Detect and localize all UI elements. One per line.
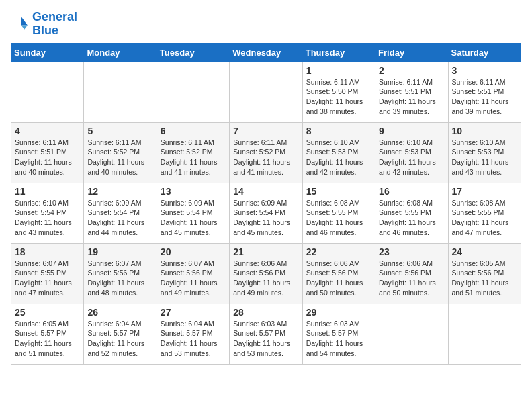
day-info: Sunrise: 6:11 AMSunset: 5:52 PMDaylight:… bbox=[87, 138, 152, 177]
day-number: 28 bbox=[233, 307, 298, 318]
calendar-cell bbox=[375, 304, 448, 364]
calendar-cell: 28Sunrise: 6:03 AMSunset: 5:57 PMDayligh… bbox=[230, 304, 302, 364]
day-info: Sunrise: 6:04 AMSunset: 5:57 PMDaylight:… bbox=[161, 319, 226, 359]
calendar-table: SundayMondayTuesdayWednesdayThursdayFrid… bbox=[11, 43, 521, 365]
calendar-cell: 5Sunrise: 6:11 AMSunset: 5:52 PMDaylight… bbox=[84, 122, 157, 183]
day-info: Sunrise: 6:10 AMSunset: 5:54 PMDaylight:… bbox=[15, 198, 80, 238]
day-info: Sunrise: 6:11 AMSunset: 5:52 PMDaylight:… bbox=[233, 138, 298, 177]
weekday-header-monday: Monday bbox=[84, 43, 157, 62]
calendar-cell: 17Sunrise: 6:08 AMSunset: 5:55 PMDayligh… bbox=[448, 183, 521, 243]
weekday-header-thursday: Thursday bbox=[302, 43, 375, 62]
day-number: 11 bbox=[15, 186, 80, 197]
day-info: Sunrise: 6:11 AMSunset: 5:51 PMDaylight:… bbox=[15, 138, 80, 177]
calendar-cell: 23Sunrise: 6:06 AMSunset: 5:56 PMDayligh… bbox=[375, 243, 448, 304]
calendar-cell: 6Sunrise: 6:11 AMSunset: 5:52 PMDaylight… bbox=[157, 122, 229, 183]
day-number: 2 bbox=[379, 65, 444, 76]
logo: General Blue bbox=[11, 11, 77, 38]
weekday-header-saturday: Saturday bbox=[448, 43, 521, 62]
day-info: Sunrise: 6:05 AMSunset: 5:57 PMDaylight:… bbox=[15, 319, 80, 359]
day-number: 15 bbox=[306, 186, 371, 197]
logo-text: General Blue bbox=[32, 11, 77, 38]
calendar-cell: 9Sunrise: 6:10 AMSunset: 5:53 PMDaylight… bbox=[375, 122, 448, 183]
day-info: Sunrise: 6:05 AMSunset: 5:56 PMDaylight:… bbox=[452, 259, 517, 298]
day-info: Sunrise: 6:09 AMSunset: 5:54 PMDaylight:… bbox=[161, 198, 226, 238]
calendar-cell: 3Sunrise: 6:11 AMSunset: 5:51 PMDaylight… bbox=[448, 62, 521, 122]
day-info: Sunrise: 6:07 AMSunset: 5:56 PMDaylight:… bbox=[161, 259, 226, 298]
day-info: Sunrise: 6:09 AMSunset: 5:54 PMDaylight:… bbox=[87, 198, 152, 238]
calendar-cell: 24Sunrise: 6:05 AMSunset: 5:56 PMDayligh… bbox=[448, 243, 521, 304]
calendar-cell: 4Sunrise: 6:11 AMSunset: 5:51 PMDaylight… bbox=[11, 122, 84, 183]
calendar-cell: 29Sunrise: 6:03 AMSunset: 5:57 PMDayligh… bbox=[302, 304, 375, 364]
calendar-cell: 15Sunrise: 6:08 AMSunset: 5:55 PMDayligh… bbox=[302, 183, 375, 243]
calendar-week-1: 1Sunrise: 6:11 AMSunset: 5:50 PMDaylight… bbox=[11, 62, 521, 122]
calendar-cell: 16Sunrise: 6:08 AMSunset: 5:55 PMDayligh… bbox=[375, 183, 448, 243]
calendar-cell: 7Sunrise: 6:11 AMSunset: 5:52 PMDaylight… bbox=[230, 122, 302, 183]
day-number: 4 bbox=[15, 126, 80, 136]
calendar-cell: 27Sunrise: 6:04 AMSunset: 5:57 PMDayligh… bbox=[157, 304, 229, 364]
day-info: Sunrise: 6:03 AMSunset: 5:57 PMDaylight:… bbox=[306, 319, 371, 359]
calendar-week-5: 25Sunrise: 6:05 AMSunset: 5:57 PMDayligh… bbox=[11, 304, 521, 364]
calendar-cell: 22Sunrise: 6:06 AMSunset: 5:56 PMDayligh… bbox=[302, 243, 375, 304]
calendar-week-2: 4Sunrise: 6:11 AMSunset: 5:51 PMDaylight… bbox=[11, 122, 521, 183]
day-info: Sunrise: 6:06 AMSunset: 5:56 PMDaylight:… bbox=[233, 259, 298, 298]
day-info: Sunrise: 6:07 AMSunset: 5:55 PMDaylight:… bbox=[15, 259, 80, 298]
day-number: 17 bbox=[452, 186, 517, 197]
day-number: 16 bbox=[379, 186, 444, 197]
weekday-header-sunday: Sunday bbox=[11, 43, 84, 62]
day-info: Sunrise: 6:08 AMSunset: 5:55 PMDaylight:… bbox=[452, 198, 517, 238]
day-info: Sunrise: 6:03 AMSunset: 5:57 PMDaylight:… bbox=[233, 319, 298, 359]
logo-icon bbox=[11, 15, 30, 34]
day-info: Sunrise: 6:10 AMSunset: 5:53 PMDaylight:… bbox=[379, 138, 444, 177]
day-number: 21 bbox=[233, 246, 298, 257]
weekday-header-wednesday: Wednesday bbox=[230, 43, 302, 62]
day-number: 14 bbox=[233, 186, 298, 197]
page-header: General Blue bbox=[11, 11, 521, 38]
calendar-cell: 18Sunrise: 6:07 AMSunset: 5:55 PMDayligh… bbox=[11, 243, 84, 304]
calendar-cell: 11Sunrise: 6:10 AMSunset: 5:54 PMDayligh… bbox=[11, 183, 84, 243]
day-number: 24 bbox=[452, 246, 517, 257]
svg-marker-0 bbox=[21, 17, 28, 25]
calendar-cell: 1Sunrise: 6:11 AMSunset: 5:50 PMDaylight… bbox=[302, 62, 375, 122]
day-number: 27 bbox=[161, 307, 226, 318]
day-number: 13 bbox=[161, 186, 226, 197]
calendar-cell bbox=[157, 62, 229, 122]
weekday-header-friday: Friday bbox=[375, 43, 448, 62]
day-number: 12 bbox=[87, 186, 152, 197]
calendar-cell: 14Sunrise: 6:09 AMSunset: 5:54 PMDayligh… bbox=[230, 183, 302, 243]
day-info: Sunrise: 6:11 AMSunset: 5:52 PMDaylight:… bbox=[161, 138, 226, 177]
day-info: Sunrise: 6:08 AMSunset: 5:55 PMDaylight:… bbox=[379, 198, 444, 238]
day-info: Sunrise: 6:06 AMSunset: 5:56 PMDaylight:… bbox=[379, 259, 444, 298]
weekday-header-tuesday: Tuesday bbox=[157, 43, 229, 62]
day-number: 10 bbox=[452, 126, 517, 136]
day-number: 3 bbox=[452, 65, 517, 76]
day-number: 7 bbox=[233, 126, 298, 136]
day-number: 8 bbox=[306, 126, 371, 136]
day-number: 5 bbox=[87, 126, 152, 136]
svg-marker-1 bbox=[21, 25, 28, 29]
calendar-cell: 12Sunrise: 6:09 AMSunset: 5:54 PMDayligh… bbox=[84, 183, 157, 243]
day-number: 26 bbox=[87, 307, 152, 318]
calendar-cell: 20Sunrise: 6:07 AMSunset: 5:56 PMDayligh… bbox=[157, 243, 229, 304]
calendar-cell: 21Sunrise: 6:06 AMSunset: 5:56 PMDayligh… bbox=[230, 243, 302, 304]
day-info: Sunrise: 6:11 AMSunset: 5:51 PMDaylight:… bbox=[452, 77, 517, 117]
day-info: Sunrise: 6:10 AMSunset: 5:53 PMDaylight:… bbox=[452, 138, 517, 177]
day-info: Sunrise: 6:04 AMSunset: 5:57 PMDaylight:… bbox=[87, 319, 152, 359]
calendar-cell bbox=[448, 304, 521, 364]
day-info: Sunrise: 6:06 AMSunset: 5:56 PMDaylight:… bbox=[306, 259, 371, 298]
calendar-cell: 13Sunrise: 6:09 AMSunset: 5:54 PMDayligh… bbox=[157, 183, 229, 243]
calendar-week-3: 11Sunrise: 6:10 AMSunset: 5:54 PMDayligh… bbox=[11, 183, 521, 243]
day-info: Sunrise: 6:11 AMSunset: 5:51 PMDaylight:… bbox=[379, 77, 444, 117]
calendar-cell: 2Sunrise: 6:11 AMSunset: 5:51 PMDaylight… bbox=[375, 62, 448, 122]
day-number: 29 bbox=[306, 307, 371, 318]
calendar-cell: 25Sunrise: 6:05 AMSunset: 5:57 PMDayligh… bbox=[11, 304, 84, 364]
calendar-cell: 10Sunrise: 6:10 AMSunset: 5:53 PMDayligh… bbox=[448, 122, 521, 183]
day-number: 1 bbox=[306, 65, 371, 76]
calendar-cell bbox=[84, 62, 157, 122]
day-info: Sunrise: 6:07 AMSunset: 5:56 PMDaylight:… bbox=[87, 259, 152, 298]
calendar-cell: 26Sunrise: 6:04 AMSunset: 5:57 PMDayligh… bbox=[84, 304, 157, 364]
calendar-cell bbox=[230, 62, 302, 122]
day-number: 9 bbox=[379, 126, 444, 136]
day-info: Sunrise: 6:08 AMSunset: 5:55 PMDaylight:… bbox=[306, 198, 371, 238]
day-info: Sunrise: 6:10 AMSunset: 5:53 PMDaylight:… bbox=[306, 138, 371, 177]
day-number: 19 bbox=[87, 246, 152, 257]
